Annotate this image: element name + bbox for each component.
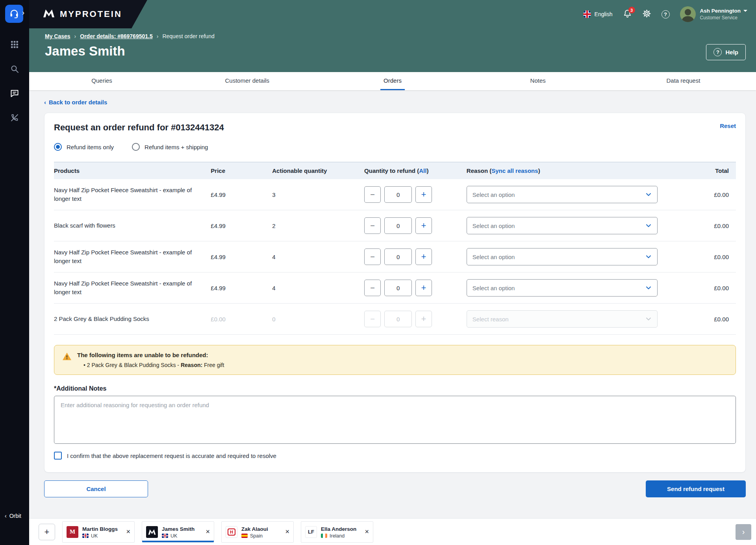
actionable-quantity: 4 xyxy=(272,285,364,291)
close-tab-button[interactable]: × xyxy=(126,528,130,536)
additional-notes-label: *Additional Notes xyxy=(54,385,736,392)
app-root: › ‹ Orbit xyxy=(0,0,756,545)
tab-data-request[interactable]: Data request xyxy=(611,72,756,90)
chat-icon[interactable] xyxy=(9,88,20,98)
refund-all-link[interactable]: All xyxy=(419,167,426,174)
confirm-row: I confirm that the above replacement req… xyxy=(54,452,736,460)
breadcrumb: My Cases › Order details: #869769501.5 ›… xyxy=(45,33,756,39)
close-tab-button[interactable]: × xyxy=(365,528,369,536)
column-quantity-to-refund: Quantity to refund (All) xyxy=(364,167,467,174)
reason-select[interactable]: Select an option xyxy=(467,279,658,297)
increase-quantity-button[interactable]: + xyxy=(415,186,432,203)
row-total: £0.00 xyxy=(668,254,736,260)
table-row: 2 Pack Grey & Black Pudding Socks £0.00 … xyxy=(54,304,736,335)
settings-button[interactable] xyxy=(642,9,651,19)
reason-select[interactable]: Select an option xyxy=(467,248,658,265)
sidebar-expand-chevron[interactable]: › xyxy=(22,9,24,17)
row-total: £0.00 xyxy=(668,316,736,323)
send-refund-request-button[interactable]: Send refund request xyxy=(646,480,746,497)
additional-notes-textarea[interactable] xyxy=(54,396,736,444)
product-price: £4.99 xyxy=(211,285,272,291)
breadcrumb-my-cases[interactable]: My Cases xyxy=(45,33,70,39)
help-button[interactable]: ? Help xyxy=(706,44,746,60)
avatar xyxy=(680,6,696,22)
section-tabs: Queries Customer details Orders Notes Da… xyxy=(29,72,756,90)
customer-brand-logo: H xyxy=(226,526,237,538)
user-name: Ash Pennington xyxy=(700,8,741,14)
add-customer-tab-button[interactable]: + xyxy=(39,524,55,540)
decrease-quantity-button[interactable]: − xyxy=(364,280,381,296)
myprotein-logo-icon xyxy=(43,9,55,20)
customer-tab-ella-anderson[interactable]: LF Ella Anderson Ireland × xyxy=(301,521,373,543)
user-menu[interactable]: Ash Pennington Customer Service xyxy=(680,6,748,22)
chevron-left-icon: ‹ xyxy=(44,99,46,106)
quantity-stepper: − + xyxy=(364,248,467,265)
decrease-quantity-button[interactable]: − xyxy=(364,217,381,234)
increase-quantity-button[interactable]: + xyxy=(415,217,432,234)
customer-name: Zak Alaoui xyxy=(241,526,268,532)
warning-item: • 2 Pack Grey & Black Pudding Socks - Re… xyxy=(77,362,224,368)
flag-uk-icon xyxy=(82,534,89,538)
decrease-quantity-button[interactable]: − xyxy=(364,186,381,203)
sync-all-reasons-link[interactable]: Sync all reasons xyxy=(491,167,538,174)
reason-select: Select reason xyxy=(467,310,658,328)
refund-card-title: Request an order refund for #0132441324 xyxy=(54,122,224,133)
agent-app-button[interactable] xyxy=(5,5,23,23)
apps-grid-icon[interactable] xyxy=(9,39,20,50)
quantity-input[interactable] xyxy=(384,186,412,203)
quantity-stepper: − + xyxy=(364,280,467,296)
orbit-collapse-button[interactable]: ‹ Orbit xyxy=(5,513,21,519)
confirm-checkbox[interactable] xyxy=(54,452,62,460)
row-total: £0.00 xyxy=(668,222,736,229)
quantity-stepper: − + xyxy=(364,186,467,203)
decrease-quantity-button: − xyxy=(364,311,381,327)
customer-country: UK xyxy=(170,533,177,539)
chevron-down-icon xyxy=(645,316,652,322)
notification-badge: 3 xyxy=(628,7,635,13)
product-price: £4.99 xyxy=(211,254,272,260)
reset-link[interactable]: Reset xyxy=(720,122,736,129)
close-tab-button[interactable]: × xyxy=(206,528,210,536)
chevron-down-icon xyxy=(743,10,747,12)
product-price: £4.99 xyxy=(211,191,272,198)
quantity-input[interactable] xyxy=(384,248,412,265)
customer-tab-james-smith[interactable]: James Smith UK × xyxy=(142,521,214,543)
brand-name: MYPROTEIN xyxy=(60,9,122,19)
tab-orders[interactable]: Orders xyxy=(320,72,465,90)
decrease-quantity-button[interactable]: − xyxy=(364,248,381,265)
language-selector[interactable]: English xyxy=(583,10,613,18)
reason-select[interactable]: Select an option xyxy=(467,186,658,203)
customer-tab-martin-bloggs[interactable]: M Martin Bloggs UK × xyxy=(62,521,135,543)
chevron-down-icon xyxy=(645,254,652,260)
flag-spain-icon xyxy=(241,534,248,538)
search-icon[interactable] xyxy=(9,64,20,74)
tab-notes[interactable]: Notes xyxy=(465,72,611,90)
chevron-down-icon xyxy=(645,285,652,291)
tab-customer-details[interactable]: Customer details xyxy=(174,72,320,90)
increase-quantity-button[interactable]: + xyxy=(415,280,432,296)
back-to-order-details-link[interactable]: ‹ Back to order details xyxy=(44,99,107,106)
radio-refund-items-only[interactable]: Refund items only xyxy=(54,143,114,151)
customer-tab-zak-alaoui[interactable]: H Zak Alaoui Spain × xyxy=(221,521,294,543)
actionable-quantity: 0 xyxy=(272,316,364,323)
breadcrumb-order-details[interactable]: Order details: #869769501.5 xyxy=(80,33,152,39)
radio-refund-items-shipping[interactable]: Refund items + shipping xyxy=(132,143,208,151)
scroll-tabs-right-button[interactable]: › xyxy=(736,524,751,540)
actionable-quantity: 2 xyxy=(272,222,364,229)
close-tab-button[interactable]: × xyxy=(285,528,289,536)
increase-quantity-button[interactable]: + xyxy=(415,248,432,265)
cancel-button[interactable]: Cancel xyxy=(44,480,148,497)
tab-queries[interactable]: Queries xyxy=(29,72,174,90)
notifications-button[interactable]: 3 xyxy=(623,9,632,19)
help-menu-button[interactable]: ? xyxy=(662,10,670,19)
warning-heading: The following items are unable to be ref… xyxy=(77,352,224,358)
product-name: Black scarf with flowers xyxy=(54,221,211,230)
phone-disabled-icon[interactable] xyxy=(9,113,20,123)
customer-country: UK xyxy=(91,533,98,539)
reason-select[interactable]: Select an option xyxy=(467,217,658,234)
non-refundable-warning: The following items are unable to be ref… xyxy=(54,345,736,375)
table-row: Black scarf with flowers £4.99 2 − + Sel… xyxy=(54,210,736,241)
confirm-label: I confirm that the above replacement req… xyxy=(67,452,276,459)
quantity-input[interactable] xyxy=(384,217,412,234)
quantity-input[interactable] xyxy=(384,280,412,296)
